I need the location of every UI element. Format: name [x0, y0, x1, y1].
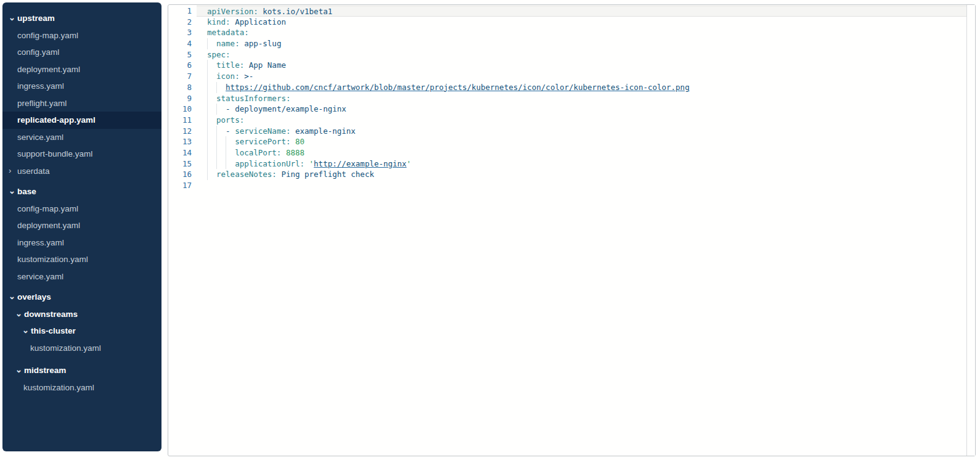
tree-file-replicated-app-yaml[interactable]: replicated-app.yaml: [2, 112, 161, 129]
indent-guide: [207, 93, 216, 104]
file-tree-sidebar: ⌄upstreamconfig-map.yamlconfig.yamldeplo…: [2, 2, 161, 451]
editor-surface[interactable]: 1apiVersion: kots.io/v1beta12kind: Appli…: [168, 6, 966, 455]
code-line[interactable]: 2kind: Application: [168, 17, 966, 28]
indent-guide: [207, 147, 235, 158]
code-line[interactable]: 15applicationUrl: 'http://example-nginx': [168, 158, 966, 170]
tree-folder-userdata[interactable]: ›userdata: [2, 163, 161, 180]
chevron-down-icon: ⌄: [9, 292, 17, 300]
tree-item-label: replicated-app.yaml: [17, 115, 96, 125]
code-line-content: releaseNotes: Ping preflight check: [197, 169, 966, 180]
code-line-content: ports:: [197, 115, 966, 126]
tree-item-label: upstream: [17, 14, 55, 23]
code-line[interactable]: 12- serviceName: example-nginx: [168, 126, 966, 137]
tree-file-kustomization-yaml[interactable]: kustomization.yaml: [2, 379, 161, 396]
code-token: kots.io/v1beta1: [258, 7, 332, 16]
chevron-right-icon: ›: [9, 166, 17, 175]
tree-file-support-bundle-yaml[interactable]: support-bundle.yaml: [2, 146, 161, 163]
code-line[interactable]: 11ports:: [168, 115, 966, 126]
code-line-content: icon: >-: [197, 71, 966, 82]
tree-file-deployment-yaml[interactable]: deployment.yaml: [2, 61, 161, 78]
tree-folder-base[interactable]: ⌄base: [2, 183, 161, 200]
line-number: 15: [168, 158, 197, 170]
code-line-content: https://github.com/cncf/artwork/blob/mas…: [197, 82, 966, 93]
code-token: 80: [290, 137, 304, 146]
code-line[interactable]: 1apiVersion: kots.io/v1beta1: [168, 6, 966, 17]
tree-folder-upstream[interactable]: ⌄upstream: [2, 10, 161, 27]
line-number: 7: [168, 71, 197, 82]
code-token: metadata:: [207, 28, 249, 37]
code-line[interactable]: 8https://github.com/cncf/artwork/blob/ma…: [168, 82, 966, 93]
code-line[interactable]: 3metadata:: [168, 27, 966, 38]
tree-file-config-yaml[interactable]: config.yaml: [2, 44, 161, 61]
code-line-content: [197, 180, 966, 191]
code-token: releaseNotes:: [216, 170, 277, 179]
code-token: example-nginx: [290, 126, 355, 136]
code-token: kind:: [207, 17, 231, 27]
code-line[interactable]: 10- deployment/example-nginx: [168, 104, 966, 115]
code-line[interactable]: 4name: app-slug: [168, 38, 966, 49]
editor-scrollbar[interactable]: [966, 5, 975, 456]
tree-item-label: support-bundle.yaml: [17, 149, 92, 158]
tree-file-kustomization-yaml[interactable]: kustomization.yaml: [2, 340, 161, 357]
indent-guide: [207, 71, 216, 82]
code-token: App Name: [244, 60, 286, 70]
code-line[interactable]: 7icon: >-: [168, 71, 966, 82]
code-line[interactable]: 13servicePort: 80: [168, 136, 966, 147]
code-token: 8888: [281, 148, 304, 157]
code-token: apiVersion:: [207, 7, 258, 16]
tree-item-label: base: [17, 187, 36, 196]
code-token: serviceName:: [235, 126, 290, 136]
indent-guide: [207, 60, 216, 71]
code-line[interactable]: 5spec:: [168, 49, 966, 60]
indent-guide: [207, 115, 216, 126]
tree-file-ingress-yaml[interactable]: ingress.yaml: [2, 234, 161, 252]
indent-guide: [207, 82, 226, 93]
tree-file-ingress-yaml[interactable]: ingress.yaml: [2, 78, 161, 95]
line-number: 3: [168, 27, 197, 38]
code-line-content: - deployment/example-nginx: [197, 104, 966, 115]
tree-file-service-yaml[interactable]: service.yaml: [2, 268, 161, 285]
indent-guide: [207, 38, 216, 49]
line-number: 16: [168, 169, 197, 180]
code-line[interactable]: 9statusInformers:: [168, 93, 966, 104]
chevron-down-icon: ⌄: [22, 326, 31, 334]
tree-file-preflight-yaml[interactable]: preflight.yaml: [2, 95, 161, 112]
tree-item-label: service.yaml: [17, 272, 63, 281]
code-token: - deployment/example-nginx: [226, 104, 346, 113]
line-number: 8: [168, 82, 197, 93]
code-line[interactable]: 6title: App Name: [168, 60, 966, 71]
tree-folder-downstreams[interactable]: ⌄downstreams: [2, 306, 161, 323]
code-token: statusInformers:: [216, 94, 290, 103]
code-token: ports:: [216, 115, 244, 125]
indent-guide: [207, 104, 226, 115]
code-link[interactable]: http://example-nginx: [314, 159, 407, 168]
line-number: 11: [168, 115, 197, 126]
tree-folder-overlays[interactable]: ⌄overlays: [2, 289, 161, 306]
code-token: >-: [240, 72, 254, 81]
tree-file-service-yaml[interactable]: service.yaml: [2, 129, 161, 146]
chevron-down-icon: ⌄: [9, 187, 17, 195]
tree-item-label: deployment.yaml: [17, 65, 80, 74]
line-number: 6: [168, 60, 197, 71]
code-line[interactable]: 17: [168, 180, 966, 191]
code-line-content: apiVersion: kots.io/v1beta1: [197, 6, 966, 17]
code-line-content: title: App Name: [197, 60, 966, 71]
tree-folder-this-cluster[interactable]: ⌄this-cluster: [2, 322, 161, 340]
code-line[interactable]: 14localPort: 8888: [168, 147, 966, 158]
indent-guide: [207, 169, 216, 180]
tree-file-config-map-yaml[interactable]: config-map.yaml: [2, 27, 161, 44]
tree-file-config-map-yaml[interactable]: config-map.yaml: [2, 200, 161, 218]
code-line-content: kind: Application: [197, 17, 966, 28]
tree-item-label: this-cluster: [31, 326, 76, 335]
chevron-down-icon: ⌄: [15, 366, 24, 374]
tree-file-kustomization-yaml[interactable]: kustomization.yaml: [2, 251, 161, 268]
code-link[interactable]: https://github.com/cncf/artwork/blob/mas…: [226, 83, 690, 92]
tree-file-deployment-yaml[interactable]: deployment.yaml: [2, 217, 161, 234]
tree-folder-midstream[interactable]: ⌄midstream: [2, 362, 161, 379]
code-token: icon:: [216, 72, 240, 81]
code-line[interactable]: 16releaseNotes: Ping preflight check: [168, 169, 966, 180]
code-line-content: localPort: 8888: [197, 147, 966, 158]
code-token: spec:: [207, 50, 231, 59]
code-line-content: name: app-slug: [197, 38, 966, 49]
editor-panel: 1apiVersion: kots.io/v1beta12kind: Appli…: [168, 4, 976, 456]
